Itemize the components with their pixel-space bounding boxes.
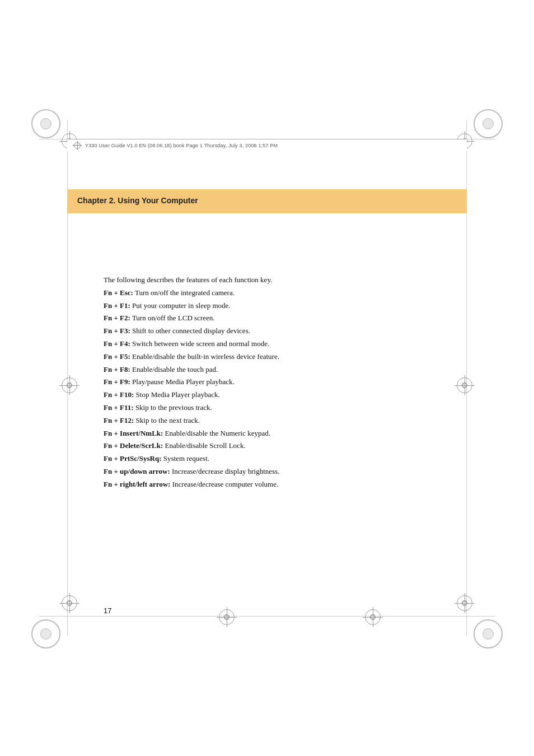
reg-mark-mid-left [59, 375, 79, 395]
reg-mark-bottom-center-right [363, 607, 383, 627]
trim-line-bottom [39, 616, 495, 617]
fn-key-0: Fn + Esc: [104, 288, 133, 297]
file-info-bar: Y330 User Guide V1.0 EN (08.06.18).book … [67, 139, 467, 151]
fn-desc-4: Switch between wide screen and normal mo… [132, 339, 269, 348]
reg-mark-bottom-center-left [217, 607, 237, 627]
page-number: 17 [104, 606, 111, 615]
fn-desc-10: Skip to the next track. [136, 416, 200, 424]
fn-item-15: Fn + right/left arrow: Increase/decrease… [104, 479, 453, 491]
reg-mark-mid-right [455, 375, 475, 395]
fn-item-1: Fn + F1: Put your computer in sleep mode… [104, 300, 453, 312]
fn-item-5: Fn + F5: Enable/disable the built-in wir… [104, 351, 453, 363]
content-area: The following describes the features of … [104, 274, 453, 492]
fn-key-9: Fn + F11: [104, 403, 134, 412]
reg-mark-bottom-left [59, 593, 79, 613]
deco-circle-top-right [474, 109, 503, 138]
fn-item-7: Fn + F9: Play/pause Media Player playbac… [104, 376, 453, 388]
fn-item-3: Fn + F3: Shift to other connected displa… [104, 325, 453, 337]
fn-desc-0: Turn on/off the integrated camera. [135, 288, 235, 297]
deco-circle-bottom-left [31, 619, 60, 648]
fn-item-12: Fn + Delete/ScrLk: Enable/disable Scroll… [104, 440, 453, 452]
fn-desc-9: Skip to the previous track. [135, 403, 212, 412]
deco-circle-bottom-right [474, 619, 503, 648]
fn-key-13: Fn + PrtSc/SysRq: [104, 454, 161, 463]
fn-desc-12: Enable/disable Scroll Lock. [165, 441, 246, 450]
fn-key-12: Fn + Delete/ScrLk: [104, 441, 163, 450]
fn-desc-1: Put your computer in sleep mode. [132, 301, 230, 310]
file-info-text: Y330 User Guide V1.0 EN (08.06.18).book … [85, 143, 278, 148]
fn-key-5: Fn + F5: [104, 352, 130, 361]
fn-item-9: Fn + F11: Skip to the previous track. [104, 402, 453, 414]
fn-item-8: Fn + F10: Stop Media Player playback. [104, 389, 453, 401]
fn-desc-6: Enable/disable the touch pad. [132, 365, 218, 374]
fn-desc-5: Enable/disable the built-in wireless dev… [132, 352, 279, 361]
fn-key-3: Fn + F3: [104, 326, 130, 335]
fn-item-13: Fn + PrtSc/SysRq: System request. [104, 453, 453, 465]
fn-key-1: Fn + F1: [104, 301, 130, 310]
deco-circle-top-left [31, 109, 60, 138]
fn-item-11: Fn + Insert/NmLk: Enable/disable the Num… [104, 428, 453, 440]
fn-item-0: Fn + Esc: Turn on/off the integrated cam… [104, 287, 453, 299]
fn-key-15: Fn + right/left arrow: [104, 480, 170, 488]
fn-desc-8: Stop Media Player playback. [136, 390, 220, 399]
fn-item-2: Fn + F2: Turn on/off the LCD screen. [104, 312, 453, 324]
reg-mark-bottom-right [455, 593, 475, 613]
fn-key-4: Fn + F4: [104, 339, 130, 348]
chapter-title: Chapter 2. Using Your Computer [77, 196, 198, 205]
fn-key-6: Fn + F8: [104, 365, 130, 374]
fn-desc-15: Increase/decrease computer volume. [172, 480, 278, 488]
fn-key-8: Fn + F10: [104, 390, 134, 399]
fn-key-14: Fn + up/down arrow: [104, 467, 170, 475]
fn-item-14: Fn + up/down arrow: Increase/decrease di… [104, 466, 453, 478]
fn-key-7: Fn + F9: [104, 377, 130, 386]
fn-key-2: Fn + F2: [104, 314, 130, 322]
fn-desc-11: Enable/disable the Numeric keypad. [165, 429, 270, 437]
fn-desc-13: System request. [163, 454, 209, 463]
fn-desc-14: Increase/decrease display brightness. [172, 467, 279, 475]
intro-text: The following describes the features of … [104, 274, 453, 286]
fn-key-11: Fn + Insert/NmLk: [104, 429, 163, 437]
fn-desc-2: Turn on/off the LCD screen. [132, 314, 215, 322]
fn-item-4: Fn + F4: Switch between wide screen and … [104, 338, 453, 350]
chapter-header: Chapter 2. Using Your Computer [67, 189, 467, 213]
fn-desc-3: Shift to other connected display devices… [132, 326, 250, 335]
fn-item-6: Fn + F8: Enable/disable the touch pad. [104, 364, 453, 376]
fn-desc-7: Play/pause Media Player playback. [132, 377, 235, 386]
file-info-crosshair-icon [73, 141, 82, 150]
fn-key-10: Fn + F12: [104, 416, 134, 424]
fn-item-10: Fn + F12: Skip to the next track. [104, 415, 453, 427]
